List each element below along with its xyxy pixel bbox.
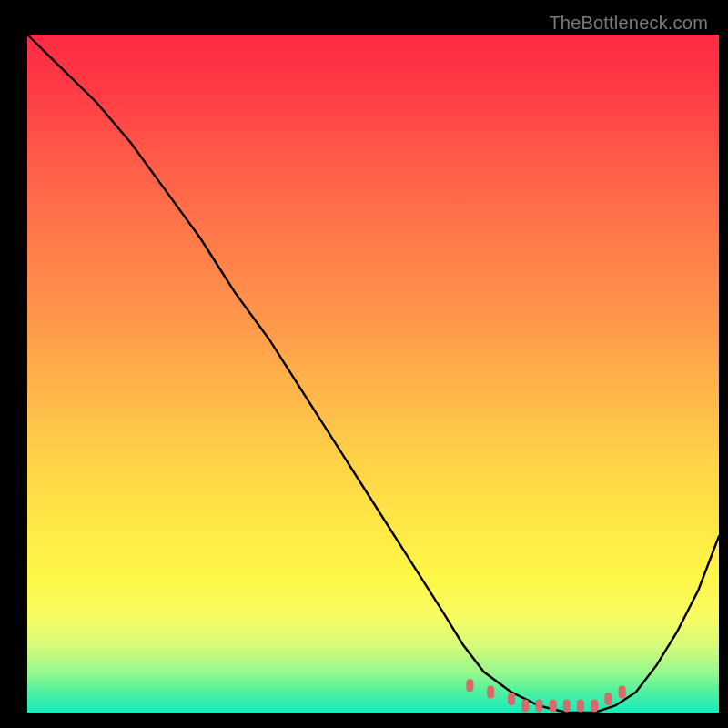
- marker-dot: [604, 693, 612, 705]
- chart-svg: [27, 35, 719, 713]
- marker-dot: [550, 700, 557, 713]
- marker-dot: [577, 700, 584, 713]
- marker-dot: [535, 700, 542, 713]
- bottleneck-curve: [27, 35, 719, 713]
- marker-dot: [466, 679, 473, 692]
- marker-dot: [508, 693, 515, 705]
- chart-frame: TheBottleneck.com: [9, 9, 719, 719]
- marker-dot: [619, 686, 626, 699]
- marker-dot: [521, 700, 529, 713]
- watermark-text: TheBottleneck.com: [549, 13, 708, 34]
- plot-area: [27, 35, 719, 713]
- marker-dot: [591, 700, 598, 713]
- marker-dot: [487, 686, 494, 699]
- marker-dot: [563, 700, 571, 713]
